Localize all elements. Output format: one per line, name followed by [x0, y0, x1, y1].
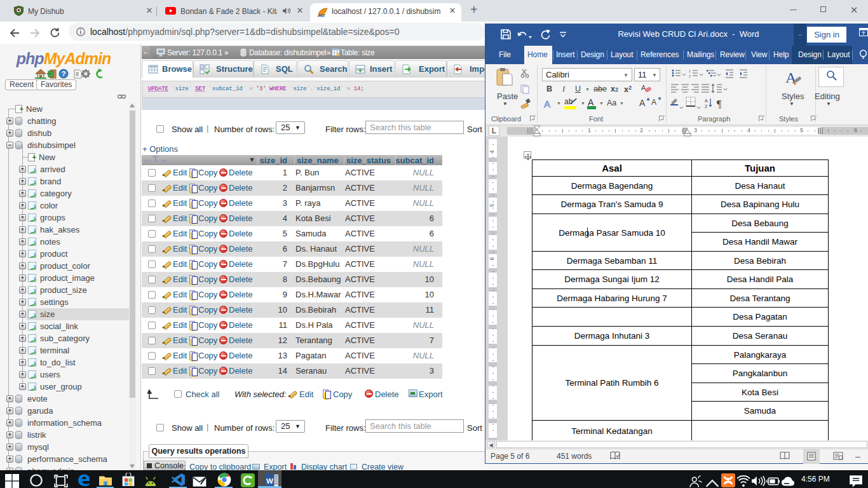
- svg-text:?: ?: [62, 70, 66, 78]
- svg-text:W: W: [266, 477, 273, 485]
- svg-text:A: A: [705, 98, 708, 103]
- svg-text:Z: Z: [705, 104, 708, 109]
- svg-text:PMA: PMA: [318, 15, 325, 18]
- svg-text:¶: ¶: [717, 98, 722, 109]
- svg-text:A: A: [544, 98, 550, 109]
- svg-text:2: 2: [689, 74, 691, 78]
- svg-text:1: 1: [689, 69, 691, 73]
